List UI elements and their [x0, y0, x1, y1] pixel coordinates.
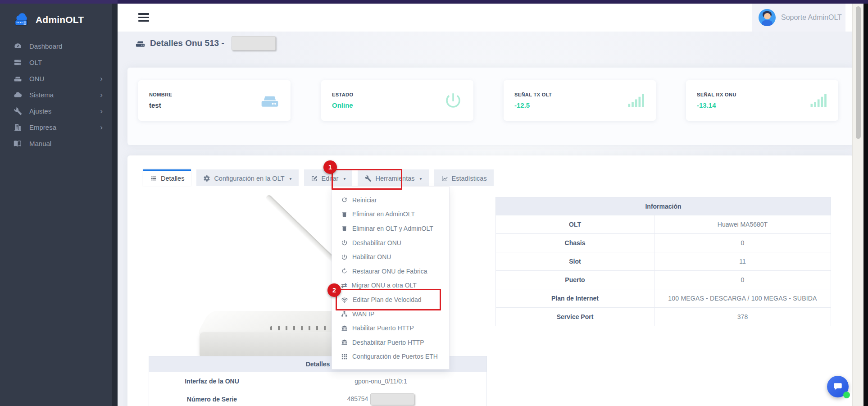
sidebar-item-dashboard[interactable]: Dashboard	[0, 38, 112, 54]
tab-configuracion-olt[interactable]: Configuración en la OLT ▾	[196, 169, 298, 186]
router-icon	[260, 91, 280, 110]
topbar: Soporte AdminOLT	[118, 4, 863, 32]
sidebar-item-label: ONU	[29, 75, 44, 82]
table-row: Plan de Internet100 MEGAS - DESCARGA / 1…	[496, 289, 831, 308]
menu-item-label: Restaurar ONU de Fabrica	[352, 268, 427, 275]
adminolt-app: AdminOLT Dashboard OLT ONU › Sistema › A…	[0, 0, 868, 406]
sidebar-item-empresa[interactable]: Empresa ›	[0, 119, 112, 135]
menu-item-label: Reiniciar	[352, 196, 377, 204]
gauge-icon	[14, 42, 22, 50]
sidebar-item-label: OLT	[29, 59, 42, 66]
bank-icon	[341, 325, 348, 332]
book-icon	[14, 139, 22, 148]
menu-item-deshabilitar-onu[interactable]: Deshabilitar ONU	[332, 236, 449, 250]
sidebar-edge	[112, 4, 118, 406]
menu-item-habilitar-onu[interactable]: Habilitar ONU	[332, 250, 449, 264]
server-icon	[14, 58, 22, 67]
table-title: Información	[496, 197, 831, 215]
menu-item-eliminar-adminolt[interactable]: Eliminar en AdminOLT	[332, 207, 449, 222]
window-edge	[863, 4, 868, 406]
redaction-box	[370, 393, 414, 405]
status-cards-panel: NOMBRE test ESTADO Online SEÑAL TX OLT -…	[127, 68, 854, 145]
router-icon	[14, 74, 22, 83]
annotation-box-editar-plan	[336, 289, 441, 310]
sidebar: AdminOLT Dashboard OLT ONU › Sistema › A…	[0, 4, 112, 406]
card-estado: ESTADO Online	[321, 80, 473, 121]
herramientas-dropdown: Reiniciar Eliminar en AdminOLT Eliminar …	[332, 187, 450, 370]
annotation-step-1: 1	[323, 160, 337, 174]
list-icon	[150, 175, 157, 182]
table-row: OLTHuawei MA5680T	[496, 215, 831, 234]
trash-icon	[341, 225, 348, 232]
menu-item-label: Migrar ONU a otra OLT	[351, 282, 416, 289]
table-row: Puerto0	[496, 271, 831, 289]
sidebar-item-label: Dashboard	[29, 42, 62, 50]
detail-tabs: Detalles Configuración en la OLT ▾ Edita…	[143, 169, 494, 186]
edit-icon	[311, 175, 318, 182]
card-value: Online	[332, 101, 353, 109]
tab-label: Detalles	[161, 175, 184, 182]
table-row: Chasis0	[496, 234, 831, 252]
tab-label: Estadísticas	[452, 175, 487, 182]
avatar	[759, 9, 776, 26]
card-senal-tx-olt: SEÑAL TX OLT -12.5	[504, 80, 656, 121]
sidebar-item-label: Sistema	[29, 91, 54, 99]
menu-item-label: Deshabilitar ONU	[352, 239, 401, 246]
menu-item-reiniciar[interactable]: Reiniciar	[332, 193, 449, 207]
menu-item-label: Eliminar en AdminOLT	[352, 210, 415, 218]
card-label: ESTADO	[332, 92, 353, 97]
gear-icon	[203, 175, 210, 182]
table-row: Interfaz de la ONUgpon-onu_0/11/0:1	[149, 372, 487, 390]
menu-item-label: Habilitar Puerto HTTP	[352, 324, 414, 332]
onu-antenna	[265, 194, 336, 264]
menu-item-eliminar-olt-adminolt[interactable]: Eliminar en OLT y AdminOLT	[332, 221, 449, 236]
grid-icon	[341, 353, 348, 360]
card-value: test	[149, 101, 172, 109]
menu-item-configuracion-puertos-eth[interactable]: Configuración de Puertos ETH	[332, 350, 449, 364]
card-value: -13.14	[697, 101, 736, 109]
menu-item-restaurar-fabrica[interactable]: Restaurar ONU de Fabrica	[332, 264, 449, 278]
serial-number: 485754	[347, 395, 368, 402]
adminolt-logo-icon	[14, 13, 32, 27]
chat-widget-button[interactable]	[827, 376, 849, 397]
sidebar-item-olt[interactable]: OLT	[0, 54, 112, 70]
menu-item-habilitar-puerto-http[interactable]: Habilitar Puerto HTTP	[332, 321, 449, 335]
sidebar-item-onu[interactable]: ONU ›	[0, 70, 112, 87]
sidebar-item-ajustes[interactable]: Ajustes ›	[0, 103, 112, 119]
power-icon	[341, 239, 348, 246]
sidebar-item-label: Manual	[29, 140, 51, 147]
restore-icon	[341, 268, 348, 274]
table-row: Número de Serie 485754	[149, 390, 487, 406]
card-label: NOMBRE	[149, 92, 172, 97]
menu-item-label: WAN IP	[352, 310, 374, 318]
card-nombre: NOMBRE test	[138, 80, 291, 121]
sitemap-icon	[341, 310, 348, 317]
sidebar-item-sistema[interactable]: Sistema ›	[0, 87, 112, 103]
chevron-right-icon: ›	[100, 91, 103, 99]
power-icon	[444, 91, 463, 110]
chart-icon	[441, 175, 448, 182]
tools-icon	[14, 107, 22, 115]
window-top-strip	[0, 0, 868, 4]
caret-down-icon: ▾	[419, 176, 422, 181]
tab-detalles[interactable]: Detalles	[143, 169, 191, 186]
tab-label: Configuración en la OLT	[214, 175, 284, 182]
hamburger-menu-icon[interactable]	[138, 13, 149, 23]
scrollbar-thumb[interactable]	[856, 6, 861, 139]
user-name: Soporte AdminOLT	[781, 14, 842, 22]
annotation-step-2: 2	[327, 283, 341, 297]
page-title: Detalles Onu 513 -	[135, 36, 276, 50]
menu-item-label: Eliminar en OLT y AdminOLT	[352, 225, 433, 232]
user-menu[interactable]: Soporte AdminOLT	[752, 4, 845, 32]
card-value: -12.5	[514, 101, 552, 109]
redaction-box	[232, 36, 276, 50]
bank-icon	[341, 339, 348, 346]
brand-name: AdminOLT	[36, 14, 84, 25]
brand[interactable]: AdminOLT	[0, 4, 112, 38]
tab-estadisticas[interactable]: Estadísticas	[434, 169, 494, 186]
sidebar-item-manual[interactable]: Manual	[0, 135, 112, 151]
sidebar-item-label: Empresa	[29, 123, 56, 131]
menu-item-deshabilitar-puerto-http[interactable]: Deshabilitar Puerto HTTP	[332, 335, 449, 350]
card-senal-rx-onu: SEÑAL RX ONU -13.14	[686, 80, 838, 121]
router-icon	[135, 38, 145, 49]
